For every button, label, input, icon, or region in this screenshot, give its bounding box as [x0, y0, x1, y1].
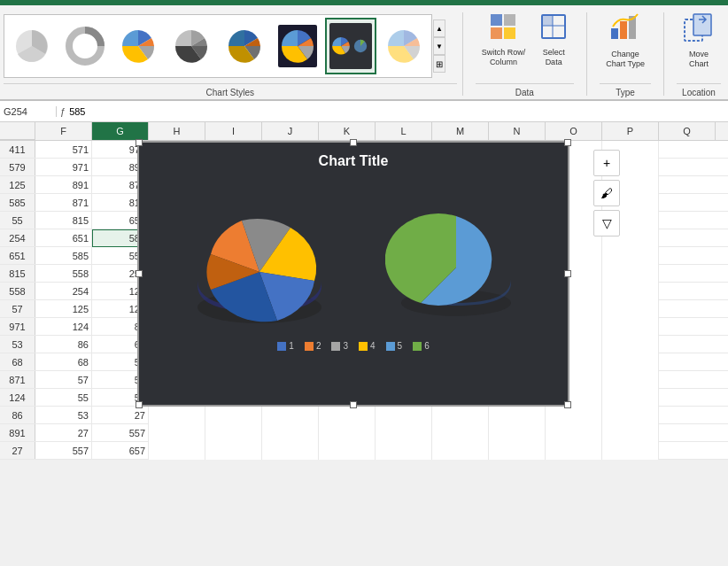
- row-header[interactable]: 579: [0, 159, 35, 175]
- formula-input[interactable]: 585: [69, 106, 724, 117]
- scroll-arrows[interactable]: ▲ ▼ ⊞: [433, 19, 445, 73]
- cell-g[interactable]: 557: [92, 424, 149, 442]
- cell-empty[interactable]: [602, 265, 659, 283]
- cell-empty[interactable]: [602, 442, 659, 460]
- name-box[interactable]: G254: [4, 106, 57, 117]
- row-header[interactable]: 53: [0, 336, 35, 353]
- move-chart-button[interactable]: MoveChart: [677, 12, 721, 67]
- cell-empty[interactable]: [262, 407, 319, 424]
- row-header[interactable]: 871: [0, 371, 35, 388]
- row-header[interactable]: 68: [0, 353, 35, 370]
- cell-f[interactable]: 53: [35, 407, 92, 424]
- cell-empty[interactable]: [602, 318, 659, 336]
- row-header[interactable]: 651: [0, 247, 35, 264]
- cell-empty[interactable]: [432, 442, 489, 460]
- switch-row-col-button[interactable]: ↕ Switch Row/Column: [476, 12, 532, 67]
- handle-tr[interactable]: [564, 139, 571, 146]
- cell-empty[interactable]: [319, 424, 376, 442]
- cell-h[interactable]: [149, 424, 205, 442]
- cell-f[interactable]: 971: [35, 159, 92, 176]
- handle-mr[interactable]: [564, 270, 571, 277]
- cell-empty[interactable]: [432, 424, 489, 442]
- scroll-up[interactable]: ▲: [433, 19, 445, 37]
- chart-style-1[interactable]: [6, 18, 58, 74]
- cell-empty[interactable]: [489, 424, 546, 442]
- chart-plus-button[interactable]: +: [593, 150, 620, 176]
- cell-f[interactable]: 55: [35, 389, 92, 407]
- col-header-o[interactable]: O: [546, 122, 602, 140]
- chart-style-2[interactable]: [59, 18, 111, 74]
- col-header-l[interactable]: L: [376, 122, 432, 140]
- cell-f[interactable]: 891: [35, 176, 92, 194]
- cell-empty[interactable]: [602, 300, 659, 318]
- cell-f[interactable]: 585: [35, 247, 92, 265]
- col-header-p[interactable]: P: [602, 122, 659, 140]
- cell-h[interactable]: [149, 442, 205, 460]
- cell-empty[interactable]: [602, 336, 659, 353]
- chart-style-3[interactable]: [112, 18, 164, 74]
- row-header[interactable]: 891: [0, 424, 35, 441]
- cell-f[interactable]: 651: [35, 229, 92, 247]
- chart-brush-button[interactable]: 🖌: [593, 180, 620, 206]
- cell-f[interactable]: 871: [35, 194, 92, 212]
- cell-empty[interactable]: [376, 442, 432, 460]
- cell-empty[interactable]: [602, 247, 659, 265]
- row-header[interactable]: 254: [0, 229, 35, 246]
- col-header-q[interactable]: Q: [659, 122, 716, 140]
- col-header-i[interactable]: I: [205, 122, 262, 140]
- chart-style-7[interactable]: [325, 18, 376, 74]
- row-header[interactable]: 57: [0, 300, 35, 317]
- chart-style-6[interactable]: [272, 18, 323, 74]
- cell-empty[interactable]: [489, 407, 546, 424]
- handle-tl[interactable]: [136, 139, 143, 146]
- cell-empty[interactable]: [376, 424, 432, 442]
- row-header[interactable]: 86: [0, 407, 35, 423]
- cell-empty[interactable]: [432, 407, 489, 424]
- cell-empty[interactable]: [546, 424, 602, 442]
- handle-bm[interactable]: [350, 401, 357, 408]
- cell-empty[interactable]: [262, 424, 319, 442]
- col-header-j[interactable]: J: [262, 122, 319, 140]
- scroll-expand[interactable]: ⊞: [433, 55, 445, 73]
- cell-f[interactable]: 557: [35, 442, 92, 460]
- chart-filter-button[interactable]: ▽: [593, 210, 620, 236]
- select-data-button[interactable]: SelectData: [533, 12, 574, 67]
- row-header[interactable]: 558: [0, 283, 35, 299]
- col-header-h[interactable]: H: [149, 122, 205, 140]
- row-header[interactable]: 27: [0, 442, 35, 459]
- cell-f[interactable]: 815: [35, 212, 92, 229]
- cell-empty[interactable]: [602, 389, 659, 407]
- row-header[interactable]: 971: [0, 318, 35, 335]
- row-header[interactable]: 55: [0, 212, 35, 229]
- cell-g[interactable]: 27: [92, 407, 149, 424]
- cell-f[interactable]: 68: [35, 353, 92, 371]
- cell-empty[interactable]: [262, 442, 319, 460]
- col-header-n[interactable]: N: [489, 122, 546, 140]
- row-header[interactable]: 411: [0, 141, 35, 158]
- cell-empty[interactable]: [546, 442, 602, 460]
- cell-empty[interactable]: [602, 424, 659, 442]
- handle-br[interactable]: [564, 401, 571, 408]
- row-header[interactable]: 125: [0, 176, 35, 193]
- cell-empty[interactable]: [489, 442, 546, 460]
- row-header[interactable]: 815: [0, 265, 35, 282]
- cell-empty[interactable]: [602, 371, 659, 389]
- col-header-g[interactable]: G: [92, 122, 149, 140]
- cell-empty[interactable]: [205, 442, 262, 460]
- cell-f[interactable]: 558: [35, 265, 92, 283]
- cell-empty[interactable]: [376, 407, 432, 424]
- cell-f[interactable]: 125: [35, 300, 92, 318]
- cell-f[interactable]: 86: [35, 336, 92, 353]
- handle-bl[interactable]: [136, 401, 143, 408]
- cell-empty[interactable]: [602, 283, 659, 300]
- handle-tm[interactable]: [350, 139, 357, 146]
- cell-empty[interactable]: [319, 442, 376, 460]
- row-header[interactable]: 124: [0, 389, 35, 406]
- chart-style-8[interactable]: [378, 18, 430, 74]
- cell-h[interactable]: [149, 407, 205, 424]
- handle-ml[interactable]: [136, 270, 143, 277]
- col-header-f[interactable]: F: [35, 122, 92, 140]
- cell-f[interactable]: 571: [35, 141, 92, 159]
- cell-f[interactable]: 57: [35, 371, 92, 389]
- cell-f[interactable]: 124: [35, 318, 92, 336]
